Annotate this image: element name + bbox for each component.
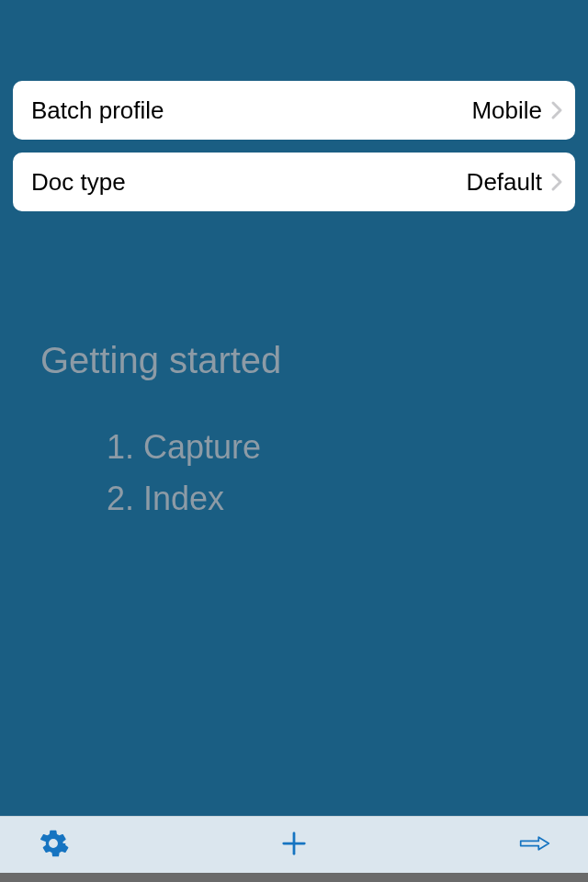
- chevron-right-icon: [546, 172, 568, 192]
- step-capture: 1. Capture: [107, 422, 548, 473]
- next-button[interactable]: [507, 823, 562, 867]
- doc-type-value: Default: [467, 168, 546, 197]
- step-index: 2. Index: [107, 473, 548, 525]
- batch-profile-row[interactable]: Batch profile Mobile: [13, 81, 575, 140]
- settings-list: Batch profile Mobile Doc type Default: [0, 0, 588, 211]
- doc-type-row[interactable]: Doc type Default: [13, 153, 575, 211]
- getting-started-title: Getting started: [40, 340, 548, 381]
- doc-type-label: Doc type: [31, 168, 126, 197]
- plus-icon: [280, 830, 308, 861]
- chevron-right-icon: [546, 100, 568, 120]
- bottom-toolbar: [0, 816, 588, 873]
- settings-button[interactable]: [26, 823, 81, 867]
- getting-started-panel: Getting started 1. Capture 2. Index: [0, 211, 588, 816]
- arrow-right-icon: [519, 828, 550, 863]
- bottom-edge: [0, 873, 588, 882]
- gear-icon: [38, 828, 69, 863]
- steps-list: 1. Capture 2. Index: [40, 422, 548, 525]
- batch-profile-value: Mobile: [471, 96, 546, 125]
- batch-profile-label: Batch profile: [31, 96, 164, 125]
- add-button[interactable]: [266, 823, 322, 867]
